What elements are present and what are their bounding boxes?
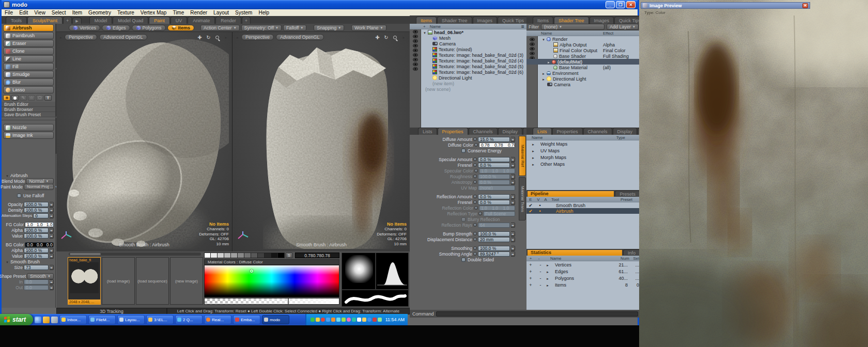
expand-icon[interactable] xyxy=(532,141,535,147)
smoothing-angle-field[interactable]: 89.5247 ° xyxy=(478,251,510,257)
minus-icon[interactable]: - xyxy=(536,262,545,267)
tool-paintbrush[interactable]: Paintbrush xyxy=(3,32,54,39)
mode-vertices-button[interactable]: Vertices xyxy=(69,25,100,31)
brush-tip-star-button[interactable]: ☆ xyxy=(28,95,35,101)
plus-icon[interactable]: + xyxy=(526,276,535,281)
menu-system[interactable]: System xyxy=(232,9,255,16)
spinner-icon[interactable]: ◂▸ xyxy=(511,251,515,257)
taskbar-button-filemaker[interactable]: FileM... xyxy=(88,315,116,324)
specular-fresnel-field[interactable]: 0.0 % xyxy=(478,163,510,168)
tab-model[interactable]: Model xyxy=(89,17,113,24)
tab-images[interactable]: Images xyxy=(590,17,614,24)
tab-info[interactable]: Info xyxy=(623,249,640,255)
modo-titlebar[interactable]: modo _ ❐ ✕ xyxy=(2,0,638,9)
stats-row-items[interactable]: +-Items80 xyxy=(526,281,641,288)
taskbar-button-quicktime[interactable]: 2 Q... xyxy=(175,315,203,324)
menu-layout[interactable]: Layout xyxy=(210,9,232,16)
spinner-icon[interactable]: ◂▸ xyxy=(511,231,515,236)
tray-icon[interactable] xyxy=(373,318,377,322)
mode-edges-button[interactable]: Edges xyxy=(102,25,130,31)
thumbnail-scrollbar[interactable] xyxy=(69,253,201,256)
density-field[interactable]: 100.0 % xyxy=(24,208,49,213)
image-thumbnail-head-bake[interactable]: head_bake_fi 2048 x 2048, ... xyxy=(68,257,101,305)
tray-icon[interactable] xyxy=(311,318,315,322)
shader-row-directional-light[interactable]: Directional Light xyxy=(526,76,641,82)
item-row-texture[interactable]: Texture: (mixed) xyxy=(410,46,526,52)
item-row-texture[interactable]: Texture: Image: head_bake_final_02d (5) xyxy=(410,64,526,69)
tab-display[interactable]: Display xyxy=(613,128,638,135)
section-expand-icon[interactable] xyxy=(6,259,9,264)
tab-paint[interactable]: Paint xyxy=(149,17,170,24)
add-tab-icon[interactable]: + xyxy=(63,17,72,24)
minus-icon[interactable]: - xyxy=(536,282,545,288)
envelope-icon[interactable] xyxy=(473,157,477,161)
tab-render[interactable]: Render xyxy=(215,17,241,24)
tray-icon[interactable] xyxy=(321,318,325,322)
tab-shader-tree[interactable]: Shader Tree xyxy=(554,17,589,24)
conserve-energy-checkbox[interactable] xyxy=(461,149,466,153)
opacity-field[interactable]: 100.0 % xyxy=(24,202,49,207)
item-row-texture[interactable]: Texture: Image: head_bake_final_02d (4) xyxy=(410,58,526,64)
tray-icon[interactable] xyxy=(352,318,356,322)
saturation-button[interactable]: S xyxy=(286,253,292,258)
zoom-icon[interactable] xyxy=(392,35,398,40)
other-maps-row[interactable]: Other Maps xyxy=(526,161,641,167)
expand-icon[interactable] xyxy=(532,148,535,153)
tab-sculpt-paint[interactable]: Sculpt/Paint xyxy=(27,17,63,24)
double-sided-checkbox[interactable] xyxy=(461,258,466,262)
zoom-icon[interactable] xyxy=(214,35,220,40)
viewport-shading-select[interactable]: Advanced OpenGL xyxy=(276,34,324,40)
pan-icon[interactable]: ✚ xyxy=(375,35,380,40)
diffuse-color-field[interactable]: 0.78 0.78 0.78 xyxy=(479,143,515,148)
shader-row-environment[interactable]: Environment xyxy=(526,70,641,76)
tray-icon[interactable] xyxy=(378,318,382,322)
tray-icon[interactable] xyxy=(316,318,320,322)
symmetry-select[interactable]: Symmetry: Off xyxy=(241,25,282,31)
taskbar-button-inbox[interactable]: Inbox... xyxy=(59,315,87,324)
expand-icon[interactable] xyxy=(546,282,549,288)
tab-material-ref[interactable]: Material Ref xyxy=(519,136,526,176)
uv-maps-row[interactable]: UV Maps xyxy=(526,147,641,154)
expand-icon[interactable] xyxy=(532,155,535,160)
spinner-icon[interactable]: ◂▸ xyxy=(511,157,515,162)
enable-check-icon[interactable]: ✔ xyxy=(526,209,535,214)
menu-help[interactable]: Help xyxy=(255,9,272,16)
menu-select[interactable]: Select xyxy=(49,9,69,16)
menu-geometry[interactable]: Geometry xyxy=(85,9,114,16)
taskbar-button-modo[interactable]: modo xyxy=(262,315,289,324)
item-row-texture[interactable]: Texture: Image: head_bake_final_02d (3) xyxy=(410,52,526,58)
reflection-fresnel-field[interactable]: 0.0 % xyxy=(478,200,510,205)
visible-dot-icon[interactable]: • xyxy=(536,209,544,214)
close-icon[interactable]: ✕ xyxy=(626,1,636,8)
paint-mode-select[interactable]: Normal Proj ... xyxy=(24,184,54,190)
tab-items[interactable]: Items xyxy=(533,17,553,24)
bump-strength-field[interactable]: 100.0 % xyxy=(478,231,510,236)
close-icon[interactable]: ✕ xyxy=(802,3,808,8)
blend-mode-select[interactable]: Normal xyxy=(26,178,54,184)
envelope-icon[interactable] xyxy=(473,195,477,198)
tab-material-trans[interactable]: Material Trans xyxy=(519,177,526,220)
menu-render[interactable]: Render xyxy=(187,9,210,16)
tray-icon[interactable] xyxy=(336,318,340,322)
tab-animate[interactable]: Animate xyxy=(188,17,215,24)
tray-icon[interactable] xyxy=(367,318,371,322)
viewport-options-icon[interactable] xyxy=(401,35,407,40)
viewport-menu-icon[interactable] xyxy=(236,35,239,40)
spinner-icon[interactable]: ◂▸ xyxy=(50,254,54,259)
bg-value-field[interactable]: 100.0 % xyxy=(24,254,49,259)
expand-icon[interactable] xyxy=(542,37,545,42)
envelope-icon[interactable] xyxy=(473,200,477,204)
reflection-amount-field[interactable]: 0.0 % xyxy=(478,194,510,199)
alpha-slider-handle[interactable] xyxy=(288,298,289,304)
envelope-icon[interactable] xyxy=(473,232,477,235)
expand-icon[interactable] xyxy=(423,30,426,35)
load-image-cell[interactable]: (load image) xyxy=(102,257,135,305)
spinner-icon[interactable]: ◂▸ xyxy=(511,237,515,242)
tray-icon[interactable] xyxy=(331,318,335,322)
grayscale-ramp[interactable] xyxy=(204,253,285,258)
spinner-icon[interactable]: ◂▸ xyxy=(50,213,54,218)
tab-tools[interactable]: Tools xyxy=(6,17,27,24)
plus-icon[interactable]: + xyxy=(526,282,535,288)
tool-eraser[interactable]: Eraser xyxy=(3,40,54,47)
statistics-title-tab[interactable]: Statistics xyxy=(528,250,622,256)
